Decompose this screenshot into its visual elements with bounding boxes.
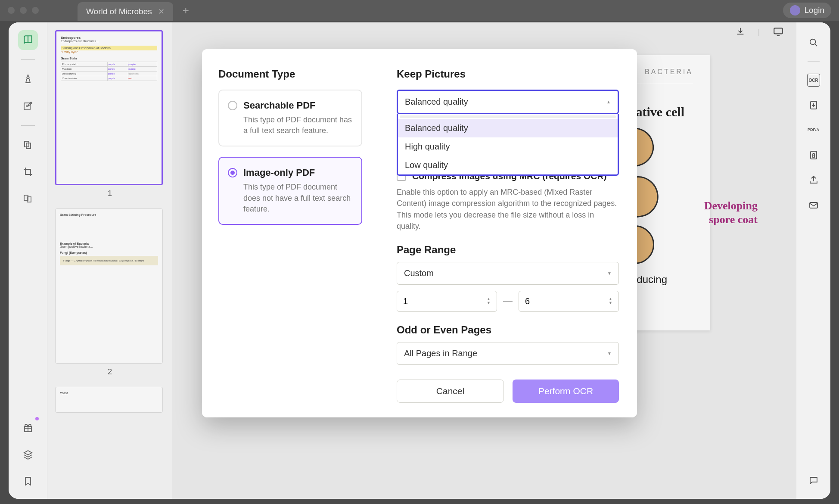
quality-dropdown: Balanced quality High quality Low qualit…: [397, 114, 619, 176]
page-range-mode-select[interactable]: Custom ▼: [397, 262, 619, 285]
login-button[interactable]: Login: [783, 3, 832, 18]
ocr-dialog-overlay: Document Type Searchable PDF This type o…: [9, 22, 830, 499]
range-separator: —: [503, 296, 513, 307]
window-controls: [8, 7, 39, 14]
titlebar: World of Microbes ✕ + Login: [0, 0, 839, 21]
perform-ocr-button[interactable]: Perform OCR: [513, 380, 619, 403]
workspace: Endospores Endospores are structures… St…: [9, 22, 830, 499]
range-from-value: 1: [403, 296, 408, 306]
login-label: Login: [805, 6, 825, 15]
ocr-dialog: Document Type Searchable PDF This type o…: [202, 49, 637, 417]
page-range-label: Page Range: [397, 244, 619, 256]
chevron-up-icon: ▲: [606, 100, 611, 104]
radio-icon: [228, 168, 237, 177]
odd-even-label: Odd or Even Pages: [397, 324, 619, 336]
minimize-window-button[interactable]: [20, 7, 27, 14]
chevron-down-icon: ▼: [607, 271, 612, 276]
quality-selected-value: Balanced quality: [405, 97, 468, 107]
odd-even-value: All Pages in Range: [404, 348, 477, 358]
chevron-down-icon: ▼: [607, 351, 612, 356]
cancel-button[interactable]: Cancel: [397, 380, 504, 403]
odd-even-select[interactable]: All Pages in Range ▼: [397, 342, 619, 365]
radio-icon: [228, 101, 237, 110]
avatar-icon: [790, 5, 800, 16]
close-tab-icon[interactable]: ✕: [158, 7, 165, 16]
quality-option-low[interactable]: Low quality: [398, 156, 618, 174]
searchable-pdf-option[interactable]: Searchable PDF This type of PDF document…: [218, 90, 362, 146]
image-only-pdf-title: Image-only PDF: [243, 167, 353, 178]
image-only-pdf-desc: This type of PDF document does not have …: [243, 182, 353, 215]
quality-select[interactable]: Balanced quality ▲: [397, 90, 619, 114]
quality-option-balanced[interactable]: Balanced quality: [398, 119, 618, 137]
image-only-pdf-option[interactable]: Image-only PDF This type of PDF document…: [218, 157, 362, 225]
quality-option-high[interactable]: High quality: [398, 137, 618, 156]
stepper-down-icon[interactable]: ▼: [487, 301, 491, 305]
mrc-description: Enable this option to apply an MRC-based…: [397, 187, 619, 231]
page-range-mode-value: Custom: [404, 268, 434, 278]
stepper-down-icon[interactable]: ▼: [609, 301, 612, 305]
add-tab-button[interactable]: +: [183, 4, 189, 17]
range-to-value: 6: [525, 296, 530, 306]
tab-title: World of Microbes: [86, 7, 152, 16]
searchable-pdf-desc: This type of PDF document has a full tex…: [243, 115, 353, 136]
range-from-input[interactable]: 1 ▲▼: [397, 291, 497, 312]
close-window-button[interactable]: [8, 7, 15, 14]
keep-pictures-label: Keep Pictures: [397, 68, 619, 80]
searchable-pdf-title: Searchable PDF: [243, 100, 353, 111]
maximize-window-button[interactable]: [32, 7, 39, 14]
range-to-input[interactable]: 6 ▲▼: [519, 291, 619, 312]
document-tab[interactable]: World of Microbes ✕: [78, 2, 173, 21]
document-type-label: Document Type: [218, 68, 362, 80]
